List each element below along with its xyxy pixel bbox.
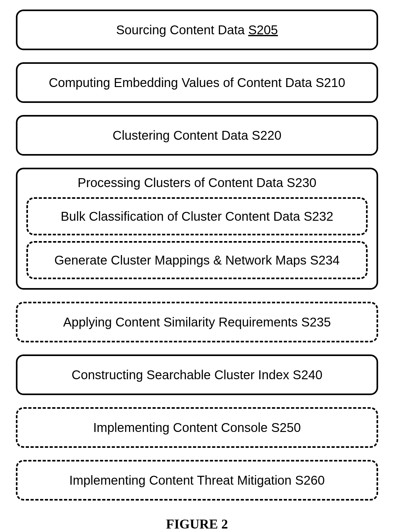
- figure-caption: FIGURE 2: [166, 516, 228, 532]
- step-s234: Generate Cluster Mappings & Network Maps…: [26, 241, 368, 279]
- step-s220: Clustering Content Data S220: [16, 115, 378, 156]
- step-s230-title: Processing Clusters of Content Data S230: [78, 175, 316, 190]
- step-s260-label: Implementing Content Threat Mitigation S…: [69, 473, 325, 488]
- step-s210-label: Computing Embedding Values of Content Da…: [49, 75, 345, 90]
- step-s205: Sourcing Content Data S205: [16, 10, 378, 50]
- step-s250-label: Implementing Content Console S250: [93, 420, 301, 435]
- step-s234-label: Generate Cluster Mappings & Network Maps…: [54, 253, 340, 268]
- step-s205-code: S205: [248, 23, 278, 37]
- step-s205-prefix: Sourcing Content Data: [116, 23, 248, 37]
- flowchart-steps: Sourcing Content Data S205 Computing Emb…: [16, 10, 378, 501]
- step-s235-label: Applying Content Similarity Requirements…: [63, 314, 331, 330]
- step-s232: Bulk Classification of Cluster Content D…: [26, 197, 368, 235]
- step-s230-container: Processing Clusters of Content Data S230…: [16, 168, 378, 290]
- step-s210: Computing Embedding Values of Content Da…: [16, 62, 378, 103]
- step-s260: Implementing Content Threat Mitigation S…: [16, 460, 378, 501]
- step-s205-label: Sourcing Content Data S205: [116, 22, 278, 37]
- step-s235: Applying Content Similarity Requirements…: [16, 302, 378, 342]
- step-s240-label: Constructing Searchable Cluster Index S2…: [71, 367, 322, 382]
- step-s240: Constructing Searchable Cluster Index S2…: [16, 354, 378, 395]
- step-s220-label: Clustering Content Data S220: [112, 128, 281, 143]
- step-s250: Implementing Content Console S250: [16, 407, 378, 448]
- step-s232-label: Bulk Classification of Cluster Content D…: [61, 209, 333, 224]
